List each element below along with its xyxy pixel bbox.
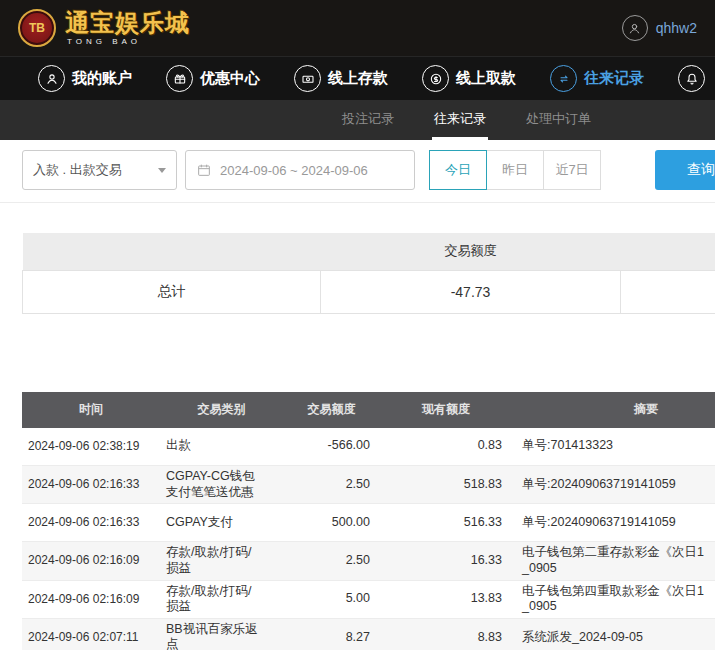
user-icon xyxy=(38,65,65,92)
cell-balance: 13.83 xyxy=(380,580,512,618)
filter-bar: 入款 . 出款交易 2024-09-06 ~ 2024-09-06 今日 昨日 … xyxy=(0,140,715,203)
summary-header-spacer xyxy=(23,233,321,270)
cell-time: 2024-09-06 02:07:11 xyxy=(22,618,160,650)
cell-type: CGPAY-CG钱包 支付笔笔送优惠 xyxy=(160,466,283,504)
cell-balance: 518.83 xyxy=(380,466,512,504)
column-header: 时间 xyxy=(22,392,160,428)
cell-balance: 8.83 xyxy=(380,618,512,650)
user-menu[interactable]: qhhw2 xyxy=(622,15,697,41)
brand-title: 通宝娱乐城 xyxy=(65,11,190,35)
chevron-down-icon xyxy=(158,168,166,173)
cell-time: 2024-09-06 02:38:19 xyxy=(22,428,160,466)
deposit-icon xyxy=(294,65,321,92)
main-nav: 我的账户 优惠中心 线上存款 线上取款 往来记录 xyxy=(0,56,715,100)
column-header: 摘要 xyxy=(512,392,715,428)
summary-header-spacer xyxy=(621,233,715,270)
records-tbody: 2024-09-06 02:38:19出款-566.000.83单号:70141… xyxy=(22,428,715,650)
quick-date-buttons: 今日 昨日 近7日 xyxy=(430,150,601,190)
cell-note: 电子钱包第四重取款彩金《次日1 _0905 xyxy=(512,580,715,618)
cell-amount: 2.50 xyxy=(283,542,380,580)
gift-icon xyxy=(166,65,193,92)
nav-item-online-deposit[interactable]: 线上存款 xyxy=(294,65,388,92)
cell-time: 2024-09-06 02:16:09 xyxy=(22,580,160,618)
calendar-icon xyxy=(196,162,212,178)
nav-item-label: 优惠中心 xyxy=(200,69,260,88)
tab-bet-records[interactable]: 投注记录 xyxy=(340,100,396,140)
cell-amount: 500.00 xyxy=(283,504,380,542)
cell-type: 出款 xyxy=(160,428,283,466)
username: qhhw2 xyxy=(656,20,697,36)
date-range-value: 2024-09-06 ~ 2024-09-06 xyxy=(220,163,368,178)
sub-tabbar: 投注记录 往来记录 处理中订单 xyxy=(0,100,715,140)
logo-badge: TB xyxy=(18,9,56,47)
selected-type-value: 入款 . 出款交易 xyxy=(33,161,122,179)
summary-total-value: -47.73 xyxy=(321,270,621,313)
brand-logo[interactable]: TB 通宝娱乐城 TONG BAO xyxy=(18,9,190,47)
cell-amount: 5.00 xyxy=(283,580,380,618)
cell-type: BB视讯百家乐返 点 xyxy=(160,618,283,650)
nav-item-label: 我的账户 xyxy=(72,69,132,88)
nav-item-notifications[interactable] xyxy=(678,65,712,92)
topbar: TB 通宝娱乐城 TONG BAO qhhw2 xyxy=(0,0,715,56)
summary-total-row: 总计 -47.73 xyxy=(23,270,715,313)
summary-header-label: 交易额度 xyxy=(321,233,621,270)
table-header-row: 时间交易类别交易额度现有额度摘要 xyxy=(22,392,715,428)
nav-item-my-account[interactable]: 我的账户 xyxy=(38,65,132,92)
cell-note: 电子钱包第二重存款彩金《次日1 _0905 xyxy=(512,542,715,580)
last7days-button[interactable]: 近7日 xyxy=(543,150,601,190)
cell-amount: 8.27 xyxy=(283,618,380,650)
yesterday-button[interactable]: 昨日 xyxy=(486,150,544,190)
cell-amount: -566.00 xyxy=(283,428,380,466)
tab-transaction-records[interactable]: 往来记录 xyxy=(432,100,488,140)
date-range-input[interactable]: 2024-09-06 ~ 2024-09-06 xyxy=(185,150,415,190)
withdraw-icon xyxy=(422,65,449,92)
cell-type: 存款/取款/打码/ 损益 xyxy=(160,580,283,618)
brand-subtitle: TONG BAO xyxy=(65,38,190,46)
column-header: 现有额度 xyxy=(380,392,512,428)
cell-note: 单号:202409063719141059 xyxy=(512,504,715,542)
today-button[interactable]: 今日 xyxy=(429,150,487,190)
cell-balance: 0.83 xyxy=(380,428,512,466)
cell-amount: 2.50 xyxy=(283,466,380,504)
cell-note: 单号:701413323 xyxy=(512,428,715,466)
search-button[interactable]: 查询 xyxy=(655,150,715,190)
records-icon xyxy=(550,65,577,92)
nav-item-label: 线上取款 xyxy=(456,69,516,88)
nav-item-promo-center[interactable]: 优惠中心 xyxy=(166,65,260,92)
table-row: 2024-09-06 02:16:09存款/取款/打码/ 损益5.0013.83… xyxy=(22,580,715,618)
cell-note: 系统派发_2024-09-05 xyxy=(512,618,715,650)
table-row: 2024-09-06 02:07:11BB视讯百家乐返 点8.278.83系统派… xyxy=(22,618,715,650)
summary-empty-cell xyxy=(621,270,715,313)
nav-item-label: 线上存款 xyxy=(328,69,388,88)
nav-item-transaction-records[interactable]: 往来记录 xyxy=(550,65,644,92)
user-avatar-icon xyxy=(622,15,648,41)
bell-icon xyxy=(678,65,705,92)
cell-time: 2024-09-06 02:16:09 xyxy=(22,542,160,580)
table-row: 2024-09-06 02:16:09存款/取款/打码/ 损益2.5016.33… xyxy=(22,542,715,580)
table-row: 2024-09-06 02:16:33CGPAY-CG钱包 支付笔笔送优惠2.5… xyxy=(22,466,715,504)
column-header: 交易类别 xyxy=(160,392,283,428)
nav-item-online-withdraw[interactable]: 线上取款 xyxy=(422,65,516,92)
cell-balance: 516.33 xyxy=(380,504,512,542)
cell-type: 存款/取款/打码/ 损益 xyxy=(160,542,283,580)
nav-item-label: 往来记录 xyxy=(584,69,644,88)
table-row: 2024-09-06 02:16:33CGPAY支付500.00516.33单号… xyxy=(22,504,715,542)
transaction-type-select[interactable]: 入款 . 出款交易 xyxy=(22,150,177,190)
column-header: 交易额度 xyxy=(283,392,380,428)
logo-text: 通宝娱乐城 TONG BAO xyxy=(65,11,190,46)
tab-pending-orders[interactable]: 处理中订单 xyxy=(524,100,593,140)
cell-note: 单号:202409063719141059 xyxy=(512,466,715,504)
cell-balance: 16.33 xyxy=(380,542,512,580)
table-row: 2024-09-06 02:38:19出款-566.000.83单号:70141… xyxy=(22,428,715,466)
summary-header-row: 交易额度 xyxy=(23,233,715,270)
summary-total-label: 总计 xyxy=(23,270,321,313)
summary-table: 交易额度 总计 -47.73 xyxy=(22,233,715,314)
records-table: 时间交易类别交易额度现有额度摘要 2024-09-06 02:38:19出款-5… xyxy=(22,392,715,650)
cell-time: 2024-09-06 02:16:33 xyxy=(22,466,160,504)
cell-time: 2024-09-06 02:16:33 xyxy=(22,504,160,542)
cell-type: CGPAY支付 xyxy=(160,504,283,542)
